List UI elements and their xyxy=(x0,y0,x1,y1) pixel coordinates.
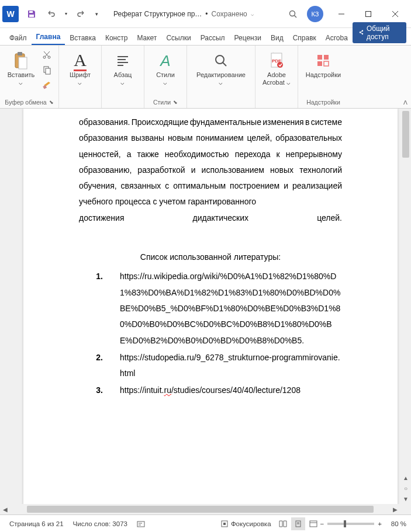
reference-item: 3. https://intuit.ru/studies/courses/40/… xyxy=(79,383,342,398)
hscroll-thumb[interactable] xyxy=(27,506,374,513)
styles-launcher[interactable]: ⬊ xyxy=(173,99,178,105)
reference-url: https://ru.wikipedia.org/wiki/%D0%A1%D1%… xyxy=(120,269,342,348)
vertical-scrollbar[interactable]: ▲ ○ ▼ xyxy=(400,109,411,504)
maximize-button[interactable] xyxy=(355,5,382,23)
group-paragraph: Абзац⌵ xyxy=(102,46,144,108)
status-bar: Страница 6 из 21 Число слов: 3073 Фокуси… xyxy=(0,514,411,532)
tab-review[interactable]: Рецензи xyxy=(230,31,266,45)
svg-rect-5 xyxy=(366,11,371,16)
paragraph-button[interactable]: Абзац⌵ xyxy=(106,48,139,89)
zoom-slider[interactable] xyxy=(327,523,374,525)
svg-rect-29 xyxy=(317,61,322,66)
format-painter-button[interactable] xyxy=(40,78,54,92)
tab-mailings[interactable]: Рассыл xyxy=(196,31,230,45)
zoom-out-button[interactable]: − xyxy=(320,520,324,527)
svg-line-23 xyxy=(223,62,226,66)
svg-rect-39 xyxy=(310,521,317,527)
focus-mode[interactable]: Фокусировка xyxy=(216,520,276,528)
word-count[interactable]: Число слов: 3073 xyxy=(68,520,132,527)
saved-status: Сохранено xyxy=(212,10,247,18)
svg-rect-35 xyxy=(223,523,226,525)
tab-home[interactable]: Главна xyxy=(32,30,65,45)
paragraph-icon xyxy=(115,50,130,71)
svg-point-22 xyxy=(216,55,224,64)
references-heading: Список использованной литературы: xyxy=(79,249,342,265)
find-icon xyxy=(213,50,229,71)
svg-rect-9 xyxy=(18,52,22,55)
reference-url: https://intuit.ru/studies/courses/40/40/… xyxy=(120,383,342,398)
adobe-button[interactable]: PDF Adobe Acrobat ⌵ xyxy=(260,48,293,89)
copy-button[interactable] xyxy=(40,63,54,77)
svg-rect-30 xyxy=(324,61,329,66)
reference-url: https://studopedia.ru/9_6278_strukturnoe… xyxy=(120,350,342,382)
svg-rect-28 xyxy=(324,55,329,60)
read-mode-button[interactable] xyxy=(276,517,290,530)
tab-design[interactable]: Констр xyxy=(101,31,132,45)
page-indicator[interactable]: Страница 6 из 21 xyxy=(5,520,68,527)
body-paragraph: образования.Происходящиефундаментальныеи… xyxy=(79,114,342,226)
pdf-icon: PDF xyxy=(269,50,284,71)
horizontal-scrollbar[interactable]: ◀ ▶ xyxy=(0,504,400,514)
cut-button[interactable] xyxy=(40,48,54,62)
paste-button[interactable]: Вставить⌵ xyxy=(5,48,37,89)
font-icon: A xyxy=(74,50,87,71)
document-page[interactable]: образования.Происходящиефундаментальныеи… xyxy=(23,109,398,514)
group-font: A Шрифт⌵ xyxy=(59,46,102,108)
tab-insert[interactable]: Вставка xyxy=(65,31,101,45)
tab-file[interactable]: Файл xyxy=(5,31,32,45)
styles-icon: A xyxy=(160,50,170,71)
spelling-error[interactable]: ru xyxy=(164,385,171,395)
addins-button[interactable]: Надстройки xyxy=(303,48,344,81)
word-app-icon: W xyxy=(2,6,19,22)
svg-point-2 xyxy=(290,11,295,16)
clipboard-icon xyxy=(13,50,29,71)
svg-rect-31 xyxy=(137,521,144,527)
tab-layout[interactable]: Макет xyxy=(132,31,161,45)
group-editing: Редактирование⌵ xyxy=(187,46,255,108)
save-button[interactable] xyxy=(22,5,41,23)
redo-button[interactable] xyxy=(71,5,90,23)
svg-point-26 xyxy=(277,62,283,68)
clipboard-launcher[interactable]: ⬊ xyxy=(49,99,54,105)
svg-rect-27 xyxy=(317,55,322,60)
group-addins: Надстройки Надстройки xyxy=(298,46,348,108)
share-button[interactable]: Общий доступ xyxy=(353,22,406,43)
zoom-level[interactable]: 80 % xyxy=(385,520,406,527)
search-button[interactable] xyxy=(284,5,302,23)
undo-button[interactable] xyxy=(42,5,61,23)
spellcheck-icon xyxy=(137,520,145,528)
minimize-button[interactable] xyxy=(328,5,355,23)
print-layout-button[interactable] xyxy=(291,517,305,530)
language-indicator[interactable] xyxy=(132,520,150,528)
editing-button[interactable]: Редактирование⌵ xyxy=(192,48,250,89)
scroll-left[interactable]: ◀ xyxy=(0,506,11,513)
document-title: Реферат Структурное пр… • Сохранено ⌵ xyxy=(113,10,284,18)
addins-icon xyxy=(316,50,331,71)
web-layout-button[interactable] xyxy=(306,517,320,530)
reference-item: 2. https://studopedia.ru/9_6278_struktur… xyxy=(79,350,342,382)
tab-view[interactable]: Вид xyxy=(266,31,288,45)
collapse-ribbon-button[interactable]: ᐱ xyxy=(403,99,407,106)
tab-acrobat[interactable]: Acroba xyxy=(321,31,353,45)
qat-customize[interactable]: ▾ xyxy=(91,5,102,23)
focus-icon xyxy=(220,520,229,528)
undo-dropdown[interactable]: ▾ xyxy=(62,5,70,23)
svg-rect-0 xyxy=(29,11,33,13)
prev-page-button[interactable]: ▲ xyxy=(400,472,411,483)
tab-references[interactable]: Ссылки xyxy=(161,31,195,45)
browse-object-button[interactable]: ○ xyxy=(400,483,411,493)
title-bar: W ▾ ▾ Реферат Структурное пр… • Сохранен… xyxy=(0,0,411,28)
svg-rect-10 xyxy=(19,57,27,69)
tab-help[interactable]: Справк xyxy=(288,31,321,45)
svg-rect-1 xyxy=(29,15,34,17)
scroll-thumb[interactable] xyxy=(402,111,409,158)
user-avatar[interactable]: КЗ xyxy=(307,6,323,22)
next-page-button[interactable]: ▼ xyxy=(400,493,411,504)
group-clipboard: Вставить⌵ Буфер обмена⬊ xyxy=(0,46,59,108)
font-button[interactable]: A Шрифт⌵ xyxy=(64,48,96,89)
scroll-right[interactable]: ▶ xyxy=(390,506,400,513)
zoom-in-button[interactable]: + xyxy=(378,520,382,527)
styles-button[interactable]: A Стили⌵ xyxy=(149,48,182,89)
reference-item: 1. https://ru.wikipedia.org/wiki/%D0%A1%… xyxy=(79,269,342,348)
close-button[interactable] xyxy=(382,5,409,23)
